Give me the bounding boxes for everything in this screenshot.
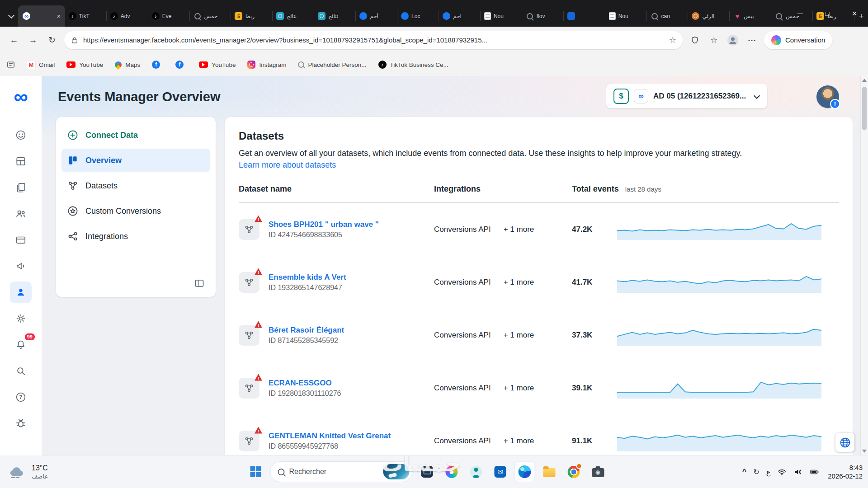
rail-help-icon[interactable]: ?: [10, 386, 32, 408]
rail-notifications-bell-icon[interactable]: 99: [10, 334, 32, 356]
browser-tab[interactable]: احم: [439, 5, 481, 27]
nav-integrations[interactable]: Integrations: [61, 225, 210, 248]
bookmark-item[interactable]: Maps: [115, 61, 140, 68]
nav-datasets[interactable]: Datasets: [61, 174, 210, 197]
site-info-lock-icon[interactable]: [71, 36, 79, 44]
bookmark-item[interactable]: Gmail: [27, 61, 55, 69]
refresh-button[interactable]: [43, 32, 61, 49]
nav-overview[interactable]: Overview: [61, 149, 210, 172]
user-avatar[interactable]: [816, 85, 839, 108]
maximize-button[interactable]: [814, 0, 841, 27]
taskbar-app-mail[interactable]: [490, 462, 510, 482]
rail-report-bug-icon[interactable]: [10, 413, 32, 434]
rail-billing-icon[interactable]: [10, 229, 32, 251]
dataset-name-link[interactable]: ECRAN-ESSGOO: [269, 379, 341, 388]
browser-tab[interactable]: الرئي: [688, 5, 730, 27]
integration-more[interactable]: + 1 more: [504, 225, 534, 234]
learn-more-link[interactable]: Learn more about datasets: [239, 160, 336, 169]
account-selector[interactable]: AD 05 (12612231652369...: [606, 84, 767, 108]
favorite-star-icon[interactable]: [669, 35, 676, 45]
taskbar-app-contact[interactable]: [466, 462, 486, 482]
browser-tab[interactable]: نتائج: [273, 5, 314, 27]
browser-tab[interactable]: [564, 5, 605, 27]
browser-tab[interactable]: أحم: [356, 5, 397, 27]
language-indicator[interactable]: ع: [766, 468, 771, 476]
bookmark-item[interactable]: YouTube: [199, 61, 236, 68]
nav-connect-data[interactable]: Connect Data: [61, 123, 210, 147]
address-bar[interactable]: https://eventsmanager.facebook.com/event…: [64, 31, 683, 49]
bookmark-item[interactable]: Instagram: [247, 61, 286, 69]
rail-search-icon[interactable]: [10, 360, 32, 382]
rail-events-manager-icon[interactable]: [10, 282, 32, 303]
close-button[interactable]: [841, 0, 868, 27]
page-scrollbar[interactable]: [860, 76, 868, 455]
integration-more[interactable]: + 1 more: [504, 278, 534, 287]
taskbar-app-photos[interactable]: [441, 462, 461, 482]
taskbar-app-explorer[interactable]: [539, 462, 559, 482]
collections-icon[interactable]: [6, 60, 15, 69]
taskbar-app-edge[interactable]: [514, 462, 534, 482]
browser-tab[interactable]: Nou: [605, 5, 647, 27]
integration-more[interactable]: + 1 more: [504, 331, 534, 340]
volume-icon[interactable]: [793, 467, 803, 477]
browser-tab[interactable]: Eve: [148, 5, 190, 27]
rail-accounts-icon[interactable]: [10, 150, 32, 172]
scroll-up-arrow-icon[interactable]: [862, 79, 867, 82]
browser-tab[interactable]: TikT: [65, 5, 107, 27]
bookmark-item[interactable]: Placeholder Person...: [298, 61, 366, 68]
tray-overflow-chevron-icon[interactable]: [742, 467, 746, 476]
nav-custom-conversions[interactable]: Custom Conversions: [61, 199, 210, 223]
browser-tab[interactable]: بيس: [730, 5, 771, 27]
browser-tab[interactable]: flov: [522, 5, 564, 27]
taskbar-clock[interactable]: 8:43 2026-02-12: [828, 463, 863, 481]
favorites-bar-icon[interactable]: [705, 32, 722, 49]
dataset-name-link[interactable]: Ensemble kids A Vert: [269, 273, 346, 282]
browser-tab[interactable]: Loc: [397, 5, 439, 27]
taskbar-app-chrome[interactable]: [563, 462, 583, 482]
taskbar-search-box[interactable]: Rechercher: [270, 461, 412, 482]
rail-home-icon[interactable]: [10, 124, 32, 146]
copilot-button[interactable]: Conversation: [764, 31, 832, 49]
settings-menu-icon[interactable]: [743, 32, 760, 49]
collapse-panel-icon[interactable]: [194, 278, 205, 291]
bookmark-item[interactable]: [152, 61, 164, 69]
dataset-name-link[interactable]: GENTLEMAN Knitted Vest Grenat: [269, 432, 391, 441]
browser-essentials-icon[interactable]: [686, 32, 703, 49]
taskbar-app-device[interactable]: [417, 462, 437, 482]
battery-icon[interactable]: [810, 467, 819, 477]
rail-settings-gear-icon[interactable]: [10, 308, 32, 329]
browser-tab[interactable]: Nou: [481, 5, 522, 27]
scroll-down-arrow-icon[interactable]: [862, 450, 867, 453]
rail-audiences-icon[interactable]: [10, 203, 32, 225]
scrollbar-thumb[interactable]: [862, 87, 867, 130]
taskbar-app-camera[interactable]: [588, 462, 608, 482]
tab-close-icon[interactable]: ×: [57, 13, 61, 19]
forward-button[interactable]: [24, 32, 42, 49]
browser-tab[interactable]: نتائج: [314, 5, 356, 27]
browser-profile-avatar[interactable]: [724, 32, 741, 49]
minimize-button[interactable]: [787, 0, 814, 27]
browser-tab[interactable]: خمس: [190, 5, 231, 27]
browser-tab[interactable]: Adv: [107, 5, 148, 27]
dataset-name-link[interactable]: Shoes BPH201 " urban wave ": [269, 220, 379, 229]
translate-globe-button[interactable]: [835, 433, 854, 452]
rail-ads-icon[interactable]: [10, 255, 32, 277]
meta-logo-icon[interactable]: [14, 85, 28, 108]
browser-tab[interactable]: ربط: [231, 5, 273, 27]
integration-more[interactable]: + 1 more: [504, 436, 534, 446]
start-button[interactable]: [245, 462, 265, 482]
bookmark-item[interactable]: [175, 61, 187, 69]
tray-sync-icon[interactable]: [753, 468, 759, 476]
back-button[interactable]: [5, 32, 23, 49]
taskbar-weather-widget[interactable]: 13°C عاصف: [7, 455, 48, 488]
active-tab[interactable]: ×: [18, 5, 65, 27]
browser-tab[interactable]: can: [647, 5, 689, 27]
integration-more[interactable]: + 1 more: [504, 384, 534, 393]
rail-pages-icon[interactable]: [10, 177, 32, 198]
bookmark-item[interactable]: YouTube: [66, 61, 103, 68]
dataset-name-link[interactable]: Béret Rasoir Élégant: [269, 326, 344, 335]
bookmark-item[interactable]: TikTok Business Ce...: [378, 61, 448, 69]
wifi-icon[interactable]: [777, 467, 787, 477]
tab-search-button[interactable]: [5, 5, 18, 27]
search-highlight-image[interactable]: [383, 464, 409, 479]
